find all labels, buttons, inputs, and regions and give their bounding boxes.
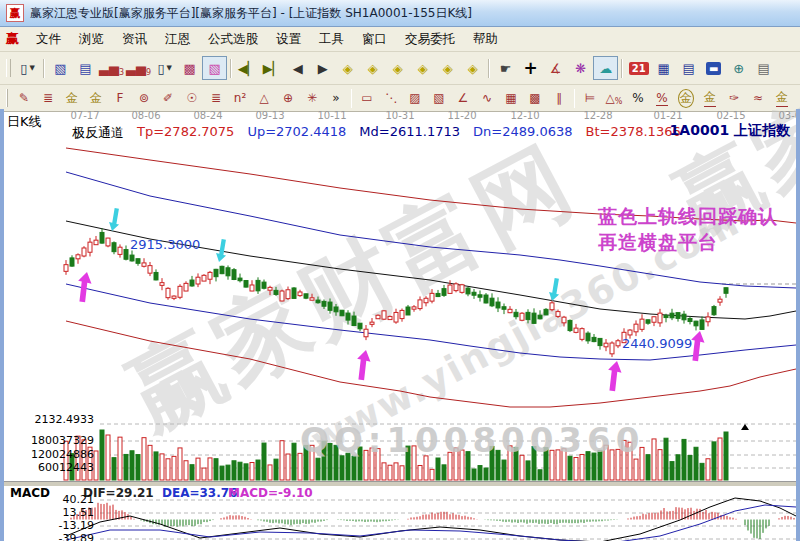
minute-3-chart-button[interactable]: ▃▅3 (98, 56, 125, 80)
diamond-move-button[interactable]: ◈ (460, 56, 485, 80)
rect-tool-button[interactable]: ▭ (355, 88, 379, 109)
more-tools-button[interactable]: » (324, 88, 348, 109)
percent-lines-button[interactable]: % (650, 88, 674, 109)
hatch-box-button[interactable]: ▨ (403, 88, 427, 109)
indicator-value: Md=2611.1713 (359, 124, 460, 142)
menu-item-2[interactable]: 浏览 (70, 29, 113, 50)
gold-underline-button[interactable]: 金 (770, 88, 794, 109)
title-bar: 赢 赢家江恩专业版[赢家服务平台][赢家服务平台] - [上证指数 SH1A00… (0, 0, 800, 27)
diamond-left-icon: ◈ (343, 61, 353, 76)
smart-cloud-button[interactable]: ☁ (593, 56, 618, 80)
diamond-left-button[interactable]: ◈ (335, 56, 360, 80)
minute-9-chart-button[interactable]: ▃▅9 (125, 56, 152, 80)
gold-circle-icon: 金 (678, 89, 694, 108)
candle-style-dropdown-icon[interactable]: ▼ (167, 64, 172, 72)
calendar-button[interactable]: 21 (626, 56, 651, 80)
prev-bar-icon: ◀ (293, 61, 303, 76)
gold-lines-button[interactable]: 金 (698, 88, 722, 109)
diamond-h-expand-icon: ◈ (393, 61, 403, 76)
color-chart-button[interactable]: ▧ (202, 56, 227, 80)
menu-item-6[interactable]: 设置 (267, 29, 310, 50)
menu-item-5[interactable]: 公式选股 (199, 29, 267, 50)
fan-box-button[interactable]: ▧ (427, 88, 451, 109)
diamond-center-button[interactable]: ◈ (435, 56, 460, 80)
diamond-h-expand-button[interactable]: ◈ (385, 56, 410, 80)
first-bar-button[interactable]: ◀▏ (235, 56, 260, 80)
date-tick-10-31: 10-31 (385, 110, 414, 121)
prism-tool-icon: △ (259, 91, 268, 105)
gann-flower-button[interactable]: ❋ (568, 56, 593, 80)
angle-line-button[interactable]: ∠ (451, 88, 475, 109)
menu-item-10[interactable]: 帮助 (464, 29, 507, 50)
draw-brush-button[interactable]: ✎ (12, 88, 36, 109)
print-button[interactable]: ▤ (751, 56, 776, 80)
gann-flower-icon: ❋ (575, 61, 586, 76)
next-bar-icon: ▶ (318, 61, 328, 76)
indicator-value: Bt=2378.1366 (585, 124, 680, 142)
diamond-h-shrink-button[interactable]: ◈ (410, 56, 435, 80)
zigzag-line-button[interactable]: ∿ (475, 88, 499, 109)
macd-axis-label-13.51: 13.51 (4, 506, 94, 520)
f10-info-button[interactable]: ▤ (73, 56, 98, 80)
grid-arrow-tool-button[interactable]: ▩ (523, 88, 547, 109)
diamond-right-button[interactable]: ◈ (360, 56, 385, 80)
scale-ruler-button[interactable]: ⊨ (578, 88, 602, 109)
crosshair-tool-button[interactable]: + (518, 56, 543, 80)
save-button[interactable]: ▬ (701, 56, 726, 80)
wave-tool-button[interactable]: ≈ (746, 88, 770, 109)
star-rays-button[interactable]: ✳ (300, 88, 324, 109)
spiral-tool-icon: ⊚ (139, 91, 149, 105)
gold-ratio-lines2-button[interactable]: 金 (84, 88, 108, 109)
n-square-button[interactable]: n² (228, 88, 252, 109)
percent-lines-icon: % (656, 91, 667, 106)
notepad-button[interactable]: ▤ (676, 56, 701, 80)
menu-item-7[interactable]: 工具 (310, 29, 353, 50)
gold-circle-button[interactable]: 金 (674, 88, 698, 109)
prev-bar-button[interactable]: ◀ (285, 56, 310, 80)
menu-item-3[interactable]: 资讯 (113, 29, 156, 50)
mark-brush-button[interactable]: ✑ (722, 88, 746, 109)
percent-button[interactable]: % (626, 88, 650, 109)
percent-triangle-button[interactable]: △% (602, 88, 626, 109)
toolbar-separator (488, 59, 490, 78)
menu-item-8[interactable]: 窗口 (353, 29, 396, 50)
gann-box-button[interactable]: ▩ (177, 56, 202, 80)
menu-item-1[interactable]: 文件 (27, 29, 70, 50)
ray-fan-button[interactable]: ⋱ (379, 88, 403, 109)
candle-style-button[interactable]: ▯▼ (152, 56, 177, 80)
draw-brush2-button[interactable]: ✐ (156, 88, 180, 109)
date-tick-12-10: 12-10 (510, 110, 539, 121)
gann-comb-button[interactable]: ≣ (36, 88, 60, 109)
menu-item-9[interactable]: 交易委托 (396, 29, 464, 50)
angle-up-tool-button[interactable]: ∡ (794, 88, 800, 109)
main-graph-button[interactable]: ▧ (48, 56, 73, 80)
app-icon[interactable]: 赢 (6, 4, 24, 22)
prism-tool-button[interactable]: △ (252, 88, 276, 109)
cycle-circle-button[interactable]: ☉ (180, 88, 204, 109)
grid-tool-icon: ▦ (505, 91, 516, 105)
angle-tool-button[interactable]: ∡ (543, 56, 568, 80)
diamond-h-shrink-icon: ◈ (418, 61, 428, 76)
calendar-icon: 21 (629, 62, 649, 75)
axis-label-120024886: 120024886 (4, 448, 94, 462)
last-bar-button[interactable]: ▶▏ (260, 56, 285, 80)
net-quote-button[interactable]: ⊕ (726, 56, 751, 80)
calculator-button[interactable]: ▦ (651, 56, 676, 80)
percent-triangle-icon: △ (606, 91, 615, 105)
hand-tool-button[interactable]: ☛ (493, 56, 518, 80)
next-bar-button[interactable]: ▶ (310, 56, 335, 80)
grid-tool-button[interactable]: ▦ (499, 88, 523, 109)
chart-area: 日K线 07-1708-0608-2409-1310-1110-3111-201… (0, 109, 800, 541)
indicator-value: Tp=2782.7075 (137, 124, 234, 142)
toolbar-separator (574, 89, 575, 108)
window-title: 赢家江恩专业版[赢家服务平台][赢家服务平台] - [上证指数 SH1A0001… (30, 5, 472, 22)
menu-item-4[interactable]: 江恩 (156, 29, 199, 50)
period-selector-dropdown-icon[interactable]: ▼ (29, 64, 34, 72)
gold-ratio-lines-button[interactable]: 金 (60, 88, 84, 109)
spiral-tool-button[interactable]: ⊚ (132, 88, 156, 109)
target-circle-button[interactable]: ⊕ (276, 88, 300, 109)
parallel-lines-button[interactable]: ∥ (547, 88, 571, 109)
fibo-lines-button[interactable]: F (108, 88, 132, 109)
period-selector-button[interactable]: ▯▼ (15, 56, 40, 80)
time-comb-button[interactable]: ≣ (204, 88, 228, 109)
